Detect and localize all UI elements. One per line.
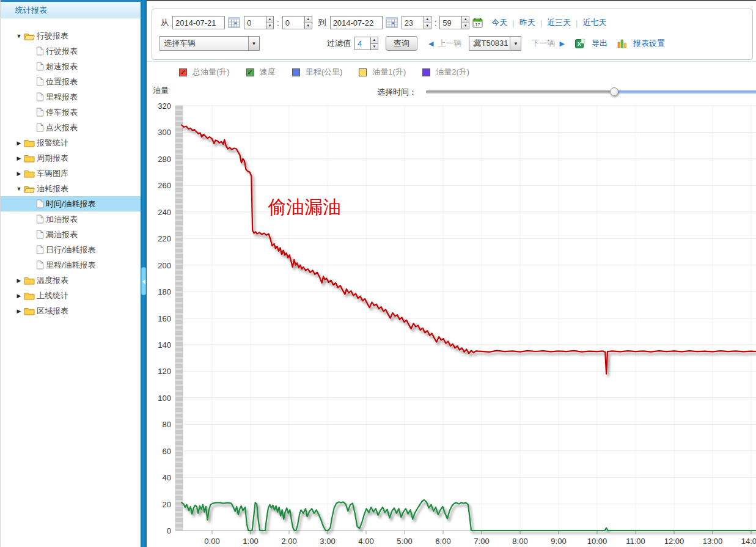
folder-icon (24, 139, 35, 147)
folder-icon-wrap (24, 185, 35, 193)
tree-item-row[interactable]: 行驶报表 (1, 43, 141, 59)
document-icon (36, 46, 44, 56)
sidebar-title: 统计报表 (1, 0, 141, 18)
tree-item-row[interactable]: 超速报表 (1, 59, 141, 74)
x-tick-label: 8:00 (512, 537, 527, 546)
tree-folder-row[interactable]: ▶区域报表 (1, 303, 141, 318)
tree-folder-label[interactable]: 行驶报表 (37, 31, 68, 42)
tree-folder-row[interactable]: ▶温度报表 (1, 273, 141, 288)
tree-item-label[interactable]: 日行/油耗报表 (46, 244, 96, 255)
document-icon (36, 108, 44, 117)
sidebar-splitter[interactable] (141, 0, 147, 547)
triangle-collapsed-icon[interactable]: ▶ (15, 308, 23, 314)
tree-folder-row[interactable]: ▶报警统计 (1, 135, 141, 150)
y-tick-label: 40 (163, 473, 171, 482)
tree-folder-row[interactable]: ▶周期报表 (1, 150, 141, 166)
tree-item-label[interactable]: 超速报表 (46, 61, 78, 72)
tree-folder-label[interactable]: 上线统计 (37, 290, 68, 301)
document-icon-wrap (36, 245, 44, 254)
tree-item-label[interactable]: 行驶报表 (46, 46, 78, 57)
x-tick-label: 2:00 (281, 537, 296, 546)
folder-icon-wrap (24, 307, 35, 315)
collapse-left-icon (142, 279, 145, 284)
x-tick-label: 12:00 (664, 537, 684, 546)
tree-item-label[interactable]: 里程/油耗报表 (46, 260, 96, 271)
folder-icon-wrap (24, 32, 35, 40)
series-line-speed (182, 500, 756, 530)
y-tick-label: 100 (158, 394, 171, 403)
document-icon-wrap (36, 62, 44, 71)
tree-folder-label[interactable]: 周期报表 (37, 153, 68, 164)
folder-icon (24, 307, 35, 315)
triangle-collapsed-icon[interactable]: ▶ (15, 140, 23, 146)
x-tick-label: 13:00 (703, 537, 723, 546)
y-tick-label: 200 (158, 261, 171, 270)
x-tick-label: 3:00 (320, 537, 335, 546)
triangle-collapsed-icon[interactable]: ▶ (15, 155, 23, 161)
tree-item-label[interactable]: 位置报表 (46, 76, 78, 87)
folder-icon-wrap (24, 169, 35, 178)
fuel-chart: 0:001:002:003:004:005:006:007:008:009:00… (147, 1, 756, 547)
document-icon (36, 77, 44, 86)
tree-item-label[interactable]: 点火报表 (46, 122, 78, 133)
document-icon-wrap (36, 215, 44, 224)
tree-folder-row[interactable]: ▼行驶报表 (1, 28, 141, 43)
tree-folder-row[interactable]: ▼油耗报表 (1, 181, 141, 196)
triangle-collapsed-icon[interactable]: ▶ (15, 293, 23, 299)
folder-icon (24, 169, 35, 178)
folder-open-icon (24, 32, 35, 40)
triangle-collapsed-icon[interactable]: ▶ (15, 277, 23, 284)
splitter-collapse-handle[interactable] (141, 267, 146, 295)
y-tick-label: 260 (158, 181, 171, 190)
y-tick-label: 0 (167, 526, 171, 535)
tree-item-label[interactable]: 时间/油耗报表 (46, 199, 96, 210)
document-icon (36, 260, 44, 270)
tree-item-label[interactable]: 里程报表 (46, 92, 78, 103)
report-tree: ▼行驶报表行驶报表超速报表位置报表里程报表停车报表点火报表▶报警统计▶周期报表▶… (1, 28, 141, 318)
tree-folder-row[interactable]: ▶车辆图库 (1, 166, 141, 181)
tree-item-row[interactable]: 里程报表 (1, 89, 141, 105)
chart-left-scroll-band[interactable] (175, 106, 183, 530)
tree-folder-label[interactable]: 车辆图库 (37, 168, 68, 179)
tree-item-label[interactable]: 漏油报表 (46, 229, 78, 240)
x-tick-label: 10:00 (587, 537, 607, 546)
y-tick-label: 120 (158, 367, 171, 376)
document-icon-wrap (36, 92, 44, 101)
tree-item-row[interactable]: 加油报表 (1, 211, 141, 227)
tree-item-label[interactable]: 加油报表 (46, 214, 78, 225)
triangle-expanded-icon[interactable]: ▼ (15, 186, 23, 192)
y-tick-label: 220 (158, 234, 171, 243)
x-tick-label: 11:00 (626, 537, 645, 546)
document-icon (36, 199, 44, 208)
folder-icon (24, 154, 35, 163)
tree-item-row[interactable]: 漏油报表 (1, 227, 141, 242)
y-tick-label: 180 (158, 287, 171, 296)
x-tick-label: 0:00 (204, 537, 219, 546)
tree-folder-label[interactable]: 报警统计 (37, 138, 68, 149)
triangle-expanded-icon[interactable]: ▼ (15, 33, 23, 39)
y-tick-label: 240 (158, 208, 171, 217)
tree-item-row[interactable]: 停车报表 (1, 105, 141, 120)
document-icon (36, 245, 44, 254)
document-icon-wrap (36, 46, 44, 56)
tree-item-row[interactable]: 点火报表 (1, 120, 141, 135)
folder-icon-wrap (24, 276, 35, 285)
folder-icon-wrap (24, 154, 35, 163)
y-tick-label: 160 (158, 314, 171, 323)
tree-item-row[interactable]: 里程/油耗报表 (1, 257, 141, 273)
tree-folder-label[interactable]: 区域报表 (37, 306, 68, 317)
y-tick-label: 320 (158, 101, 171, 111)
tree-folder-label[interactable]: 温度报表 (37, 275, 68, 286)
y-tick-label: 140 (158, 340, 171, 350)
tree-folder-label[interactable]: 油耗报表 (37, 183, 68, 194)
tree-folder-row[interactable]: ▶上线统计 (1, 288, 141, 303)
tree-item-row-selected[interactable]: 时间/油耗报表 (1, 196, 141, 211)
tree-item-row[interactable]: 位置报表 (1, 74, 141, 89)
x-tick-label: 9:00 (551, 537, 566, 546)
y-tick-label: 280 (158, 155, 171, 164)
document-icon-wrap (36, 77, 44, 86)
triangle-collapsed-icon[interactable]: ▶ (15, 171, 23, 177)
tree-item-row[interactable]: 日行/油耗报表 (1, 242, 141, 257)
tree-item-label[interactable]: 停车报表 (46, 107, 78, 118)
folder-icon-wrap (24, 292, 35, 300)
